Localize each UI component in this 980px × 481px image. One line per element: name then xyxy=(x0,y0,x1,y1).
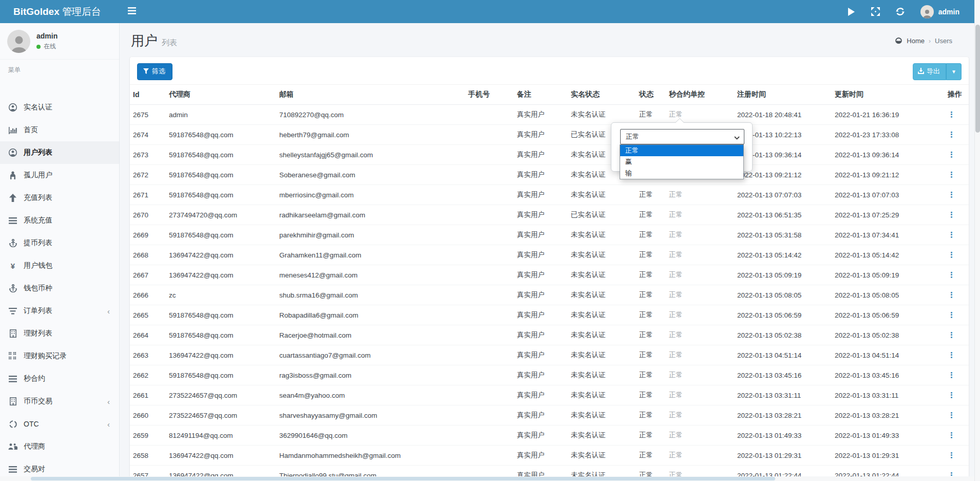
cell-order-control[interactable]: 正常 xyxy=(666,405,734,425)
dropdown-option-赢[interactable]: 赢 xyxy=(620,156,743,168)
cell-id: 2667 xyxy=(130,265,166,285)
person-icon xyxy=(8,171,17,180)
cell-order-control[interactable]: 正常 xyxy=(666,446,734,466)
cell-created-at: 2022-01-13 07:07:03 xyxy=(734,185,832,205)
breadcrumb-home-link[interactable]: Home xyxy=(907,37,925,45)
cell-updated-at: 2022-01-13 09:21:12 xyxy=(832,165,945,185)
row-actions-button[interactable]: ⋮ xyxy=(948,170,956,179)
cell-created-at: 2022-01-13 05:08:05 xyxy=(734,285,832,305)
sidebar-item-币币交易[interactable]: 币币交易 ‹ xyxy=(0,390,119,413)
table-row: 2663 136947422@qq.com cuartassantiago7@g… xyxy=(130,345,969,365)
cell-order-control[interactable]: 正常 xyxy=(666,365,734,385)
row-actions-button[interactable]: ⋮ xyxy=(948,230,956,239)
cell-order-control[interactable]: 正常 xyxy=(666,325,734,345)
row-actions-button[interactable]: ⋮ xyxy=(948,250,956,259)
filter-button[interactable]: 筛选 xyxy=(137,63,172,80)
sidebar-item-订单列表[interactable]: 订单列表 ‹ xyxy=(0,300,119,322)
fullscreen-icon[interactable] xyxy=(871,7,880,16)
cell-kyc-status: 未实名认证 xyxy=(568,105,636,125)
sidebar-item-用户列表[interactable]: 用户列表 ‹ xyxy=(0,141,119,164)
cell-order-control[interactable]: 正常 xyxy=(666,205,734,225)
play-icon[interactable] xyxy=(847,7,856,16)
sidebar-item-系统充值[interactable]: 系统充值 ‹ xyxy=(0,209,119,232)
cell-updated-at: 2022-01-13 07:34:41 xyxy=(832,225,945,245)
sidebar-item-提币列表[interactable]: 提币列表 ‹ xyxy=(0,232,119,254)
order-control-select[interactable]: 正常 xyxy=(620,129,744,144)
row-actions-button[interactable]: ⋮ xyxy=(948,391,956,399)
cell-created-at: 2022-01-13 01:49:33 xyxy=(734,425,832,446)
sidebar-item-实名认证[interactable]: 实名认证 ‹ xyxy=(0,96,119,119)
sidebar-item-用户钱包[interactable]: ¥ 用户钱包 ‹ xyxy=(0,254,119,277)
row-actions-button[interactable]: ⋮ xyxy=(948,431,956,439)
sidebar-toggle-button[interactable] xyxy=(128,7,136,16)
row-actions-button[interactable]: ⋮ xyxy=(948,150,956,159)
cell-order-control[interactable]: 正常 xyxy=(666,305,734,325)
row-actions-button[interactable]: ⋮ xyxy=(948,210,956,219)
row-actions-button[interactable]: ⋮ xyxy=(948,310,956,319)
arrow-up-icon xyxy=(8,193,17,202)
cell-phone xyxy=(465,105,514,125)
row-actions-button[interactable]: ⋮ xyxy=(948,290,956,299)
row-actions-button[interactable]: ⋮ xyxy=(948,270,956,279)
sidebar-item-理财列表[interactable]: 理财列表 ‹ xyxy=(0,322,119,345)
cell-order-control[interactable]: 正常 xyxy=(666,265,734,285)
row-actions-button[interactable]: ⋮ xyxy=(948,451,956,459)
row-actions-button[interactable]: ⋮ xyxy=(948,371,956,379)
cell-agent: 136947422@qq.com xyxy=(166,345,276,365)
breadcrumb: Home › Users xyxy=(895,37,968,45)
grid-icon xyxy=(8,351,17,361)
cell-order-control[interactable]: 正常 xyxy=(666,425,734,446)
breadcrumb-separator: › xyxy=(929,38,931,45)
row-actions-button[interactable]: ⋮ xyxy=(948,130,956,139)
row-actions-button[interactable]: ⋮ xyxy=(948,190,956,199)
app-brand[interactable]: BitGoldex 管理后台 xyxy=(0,5,120,18)
refresh-icon[interactable] xyxy=(896,7,905,16)
cell-order-control[interactable]: 正常 xyxy=(666,185,734,205)
sidebar-item-OTC[interactable]: OTC ‹ xyxy=(0,413,119,435)
building-icon xyxy=(8,397,17,406)
row-actions-button[interactable]: ⋮ xyxy=(948,411,956,419)
vertical-scrollbar[interactable] xyxy=(974,0,980,481)
sidebar-item-孤儿用户[interactable]: 孤儿用户 ‹ xyxy=(0,164,119,187)
sidebar-item-首页[interactable]: 首页 ‹ xyxy=(0,119,119,141)
cell-id: 2673 xyxy=(130,145,166,165)
cell-order-control[interactable]: 正常 xyxy=(666,345,734,365)
cell-order-control[interactable]: 正常 xyxy=(666,225,734,245)
users-icon xyxy=(8,442,17,451)
vertical-scrollbar-thumb[interactable] xyxy=(975,25,980,133)
cell-agent: 812491194@qq.com xyxy=(166,425,276,446)
cell-email: mberriosinc@gmail.com xyxy=(276,185,465,205)
sidebar-item-理财购买记录[interactable]: 理财购买记录 ‹ xyxy=(0,345,119,367)
user-circle-icon xyxy=(8,148,17,157)
caret-down-icon: ▼ xyxy=(951,69,956,75)
sidebar-user-panel: admin 在线 xyxy=(0,23,119,60)
export-dropdown-button[interactable]: ▼ xyxy=(946,63,962,80)
sidebar-item-钱包币种[interactable]: 钱包币种 ‹ xyxy=(0,277,119,300)
sidebar-item-秒合约[interactable]: 秒合约 ‹ xyxy=(0,367,119,390)
row-actions-button[interactable]: ⋮ xyxy=(948,350,956,359)
row-actions-button[interactable]: ⋮ xyxy=(948,330,956,339)
cell-order-control[interactable]: 正常 xyxy=(666,285,734,305)
sidebar-item-代理商[interactable]: 代理商 ‹ xyxy=(0,435,119,458)
horizontal-scrollbar[interactable] xyxy=(0,476,974,481)
avatar xyxy=(920,5,934,18)
table-row: 2666 zc shub.srma16@gmail.com 真实用户 未实名认证… xyxy=(130,285,969,305)
cell-order-control[interactable]: 正常 xyxy=(666,385,734,405)
cell-created-at: 2022-01-13 05:06:59 xyxy=(734,305,832,325)
user-menu[interactable]: admin xyxy=(920,5,959,18)
row-actions-button[interactable]: ⋮ xyxy=(948,110,956,119)
horizontal-scrollbar-thumb[interactable] xyxy=(31,477,775,480)
cell-remark: 真实用户 xyxy=(514,125,568,145)
sidebar-item-充值列表[interactable]: 充值列表 ‹ xyxy=(0,187,119,209)
cell-updated-at: 2022-01-13 03:31:11 xyxy=(832,385,945,405)
cell-remark: 真实用户 xyxy=(514,105,568,125)
cell-remark: 真实用户 xyxy=(514,345,568,365)
cell-created-at: 2022-01-13 01:29:31 xyxy=(734,446,832,466)
export-button[interactable]: 导出 xyxy=(913,63,946,80)
cell-status: 正常 xyxy=(636,105,666,125)
cell-phone xyxy=(465,265,514,285)
dropdown-option-输[interactable]: 输 xyxy=(620,168,743,179)
chevron-left-icon: ‹ xyxy=(107,420,112,429)
cell-order-control[interactable]: 正常 xyxy=(666,245,734,265)
dropdown-option-正常[interactable]: 正常 xyxy=(620,145,743,156)
